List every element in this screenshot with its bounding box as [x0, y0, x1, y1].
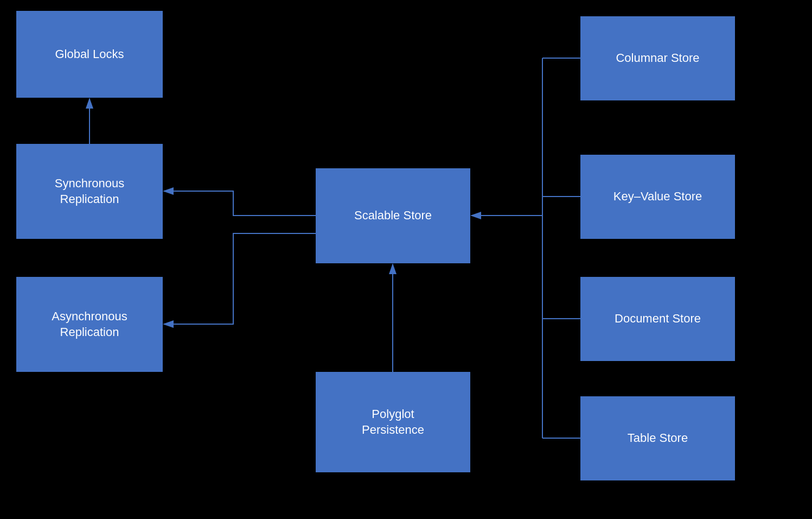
- async-replication-node: AsynchronousReplication: [16, 277, 163, 372]
- global-locks-node: Global Locks: [16, 11, 163, 98]
- arrow-scalable-to-sync: [164, 191, 316, 216]
- scalable-store-node: Scalable Store: [316, 168, 470, 263]
- sync-replication-node: SynchronousReplication: [16, 144, 163, 239]
- document-store-node: Document Store: [580, 277, 735, 361]
- columnar-store-node: Columnar Store: [580, 16, 735, 100]
- arrow-scalable-to-async: [164, 233, 316, 324]
- key-value-store-node: Key–Value Store: [580, 155, 735, 239]
- table-store-node: Table Store: [580, 396, 735, 480]
- polyglot-persistence-node: PolyglotPersistence: [316, 372, 470, 472]
- diagram-container: Global Locks SynchronousReplication Asyn…: [0, 0, 812, 519]
